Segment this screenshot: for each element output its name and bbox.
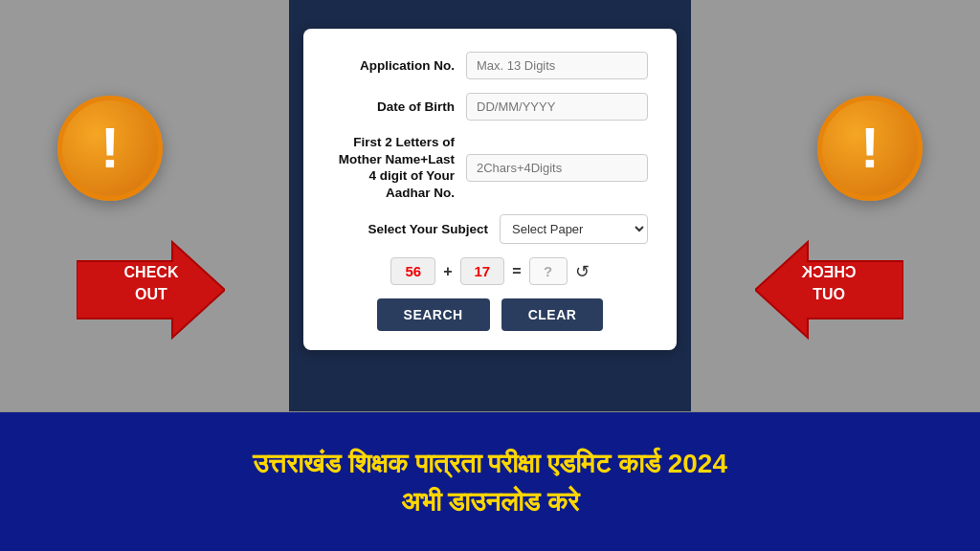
captcha-row: 56 + 17 = ? ↺ bbox=[332, 257, 648, 285]
form-card: Application No. Date of Birth First 2 Le… bbox=[303, 29, 677, 350]
captcha-refresh-icon[interactable]: ↺ bbox=[575, 261, 590, 282]
captcha-operator: + bbox=[443, 263, 452, 280]
captcha-equals: = bbox=[512, 263, 521, 280]
alert-circle-right: ! bbox=[817, 96, 923, 201]
check-out-left-arrow: CHECK OUT bbox=[77, 237, 225, 346]
mother-aadhar-label: First 2 Letters of Mother Name+Last 4 di… bbox=[332, 134, 466, 201]
mother-aadhar-row: First 2 Letters of Mother Name+Last 4 di… bbox=[332, 134, 648, 201]
svg-text:CHECK: CHECK bbox=[801, 264, 856, 280]
subject-label: Select Your Subject bbox=[332, 221, 500, 238]
button-row: SEARCH CLEAR bbox=[332, 298, 648, 331]
search-button[interactable]: SEARCH bbox=[377, 298, 490, 331]
main-wrapper: ! ! CHECK OUT CHECK OUT Application No. … bbox=[0, 0, 980, 551]
svg-text:OUT: OUT bbox=[135, 286, 167, 302]
exclamation-left: ! bbox=[100, 120, 120, 177]
captcha-answer-placeholder: ? bbox=[529, 257, 568, 285]
captcha-num2: 17 bbox=[460, 257, 505, 285]
dob-input[interactable] bbox=[466, 93, 648, 121]
banner-line1: उत्तराखंड शिक्षक पात्रता परीक्षा एडमिट क… bbox=[253, 445, 727, 482]
dob-row: Date of Birth bbox=[332, 93, 648, 121]
banner-line2: अभी डाउनलोड करे bbox=[401, 487, 580, 518]
application-no-label: Application No. bbox=[332, 57, 466, 75]
clear-button[interactable]: CLEAR bbox=[501, 298, 604, 331]
exclamation-right: ! bbox=[860, 120, 880, 177]
svg-text:OUT: OUT bbox=[813, 286, 845, 302]
subject-row: Select Your Subject Select Paper Paper 1… bbox=[332, 214, 648, 244]
application-no-row: Application No. bbox=[332, 52, 648, 79]
alert-circle-left: ! bbox=[57, 96, 163, 201]
svg-text:CHECK: CHECK bbox=[124, 264, 179, 280]
subject-select[interactable]: Select Paper Paper 1 Paper 2 bbox=[500, 214, 648, 244]
check-out-right-arrow: CHECK OUT bbox=[755, 237, 903, 346]
application-no-input[interactable] bbox=[466, 52, 648, 79]
bottom-banner: उत्तराखंड शिक्षक पात्रता परीक्षा एडमिट क… bbox=[0, 412, 980, 551]
captcha-num1: 56 bbox=[390, 257, 435, 285]
mother-aadhar-input[interactable] bbox=[466, 154, 648, 182]
dob-label: Date of Birth bbox=[332, 99, 466, 116]
